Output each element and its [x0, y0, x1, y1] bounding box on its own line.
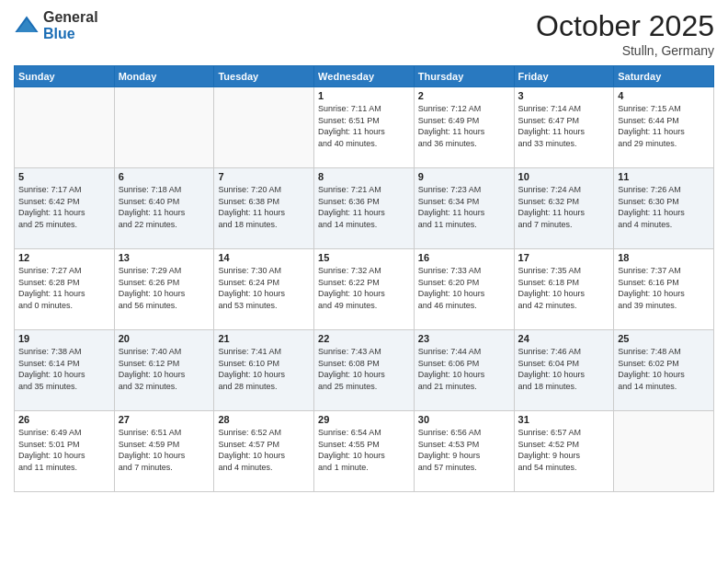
logo-text: General Blue: [43, 9, 98, 41]
day-number: 4: [618, 90, 710, 101]
day-cell-11: 11Sunrise: 7:26 AM Sunset: 6:30 PM Dayli…: [614, 168, 714, 249]
day-info: Sunrise: 7:46 AM Sunset: 6:04 PM Dayligh…: [518, 346, 610, 392]
day-cell-27: 27Sunrise: 6:51 AM Sunset: 4:59 PM Dayli…: [114, 411, 214, 492]
day-info: Sunrise: 7:17 AM Sunset: 6:42 PM Dayligh…: [18, 184, 110, 230]
day-info: Sunrise: 7:38 AM Sunset: 6:14 PM Dayligh…: [18, 346, 110, 392]
day-cell-28: 28Sunrise: 6:52 AM Sunset: 4:57 PM Dayli…: [214, 411, 314, 492]
day-cell-2: 2Sunrise: 7:12 AM Sunset: 6:49 PM Daylig…: [414, 87, 514, 168]
day-info: Sunrise: 7:48 AM Sunset: 6:02 PM Dayligh…: [618, 346, 710, 392]
day-cell-12: 12Sunrise: 7:27 AM Sunset: 6:28 PM Dayli…: [15, 249, 115, 330]
day-cell-19: 19Sunrise: 7:38 AM Sunset: 6:14 PM Dayli…: [15, 330, 115, 411]
day-cell-18: 18Sunrise: 7:37 AM Sunset: 6:16 PM Dayli…: [614, 249, 714, 330]
day-number: 10: [518, 171, 610, 182]
day-info: Sunrise: 7:44 AM Sunset: 6:06 PM Dayligh…: [418, 346, 510, 392]
day-number: 28: [218, 414, 310, 425]
day-info: Sunrise: 7:41 AM Sunset: 6:10 PM Dayligh…: [218, 346, 310, 392]
day-cell-13: 13Sunrise: 7:29 AM Sunset: 6:26 PM Dayli…: [114, 249, 214, 330]
day-number: 31: [518, 414, 610, 425]
day-number: 22: [318, 333, 410, 344]
day-number: 12: [18, 252, 110, 263]
day-cell-3: 3Sunrise: 7:14 AM Sunset: 6:47 PM Daylig…: [514, 87, 614, 168]
day-info: Sunrise: 7:33 AM Sunset: 6:20 PM Dayligh…: [418, 265, 510, 311]
day-number: 8: [318, 171, 410, 182]
day-cell-14: 14Sunrise: 7:30 AM Sunset: 6:24 PM Dayli…: [214, 249, 314, 330]
day-info: Sunrise: 6:52 AM Sunset: 4:57 PM Dayligh…: [218, 427, 310, 473]
day-info: Sunrise: 7:29 AM Sunset: 6:26 PM Dayligh…: [119, 265, 210, 311]
day-number: 20: [119, 333, 210, 344]
day-header-friday: Friday: [514, 66, 614, 87]
day-cell-20: 20Sunrise: 7:40 AM Sunset: 6:12 PM Dayli…: [114, 330, 214, 411]
day-info: Sunrise: 7:30 AM Sunset: 6:24 PM Dayligh…: [218, 265, 310, 311]
logo-general-text: General: [43, 9, 98, 26]
location: Stulln, Germany: [536, 43, 714, 58]
day-info: Sunrise: 6:54 AM Sunset: 4:55 PM Dayligh…: [318, 427, 410, 473]
week-row-4: 19Sunrise: 7:38 AM Sunset: 6:14 PM Dayli…: [15, 330, 714, 411]
title-area: October 2025 Stulln, Germany: [536, 9, 714, 58]
logo: General Blue: [14, 9, 98, 41]
day-info: Sunrise: 7:27 AM Sunset: 6:28 PM Dayligh…: [18, 265, 110, 311]
day-cell-15: 15Sunrise: 7:32 AM Sunset: 6:22 PM Dayli…: [314, 249, 415, 330]
day-header-thursday: Thursday: [414, 66, 514, 87]
day-number: 24: [518, 333, 610, 344]
day-cell-4: 4Sunrise: 7:15 AM Sunset: 6:44 PM Daylig…: [614, 87, 714, 168]
day-info: Sunrise: 6:57 AM Sunset: 4:52 PM Dayligh…: [518, 427, 610, 473]
empty-cell: [214, 87, 314, 168]
day-number: 1: [318, 90, 410, 101]
day-header-monday: Monday: [114, 66, 214, 87]
day-number: 2: [418, 90, 510, 101]
day-cell-1: 1Sunrise: 7:11 AM Sunset: 6:51 PM Daylig…: [314, 87, 415, 168]
day-cell-30: 30Sunrise: 6:56 AM Sunset: 4:53 PM Dayli…: [414, 411, 514, 492]
header: General Blue October 2025 Stulln, German…: [14, 9, 714, 58]
day-header-wednesday: Wednesday: [314, 66, 415, 87]
day-info: Sunrise: 6:49 AM Sunset: 5:01 PM Dayligh…: [18, 427, 110, 473]
day-cell-9: 9Sunrise: 7:23 AM Sunset: 6:34 PM Daylig…: [414, 168, 514, 249]
day-number: 9: [418, 171, 510, 182]
day-number: 23: [418, 333, 510, 344]
day-cell-22: 22Sunrise: 7:43 AM Sunset: 6:08 PM Dayli…: [314, 330, 415, 411]
day-number: 13: [119, 252, 210, 263]
day-info: Sunrise: 7:14 AM Sunset: 6:47 PM Dayligh…: [518, 103, 610, 149]
day-info: Sunrise: 7:18 AM Sunset: 6:40 PM Dayligh…: [119, 184, 210, 230]
day-cell-29: 29Sunrise: 6:54 AM Sunset: 4:55 PM Dayli…: [314, 411, 415, 492]
logo-icon: [14, 13, 40, 39]
day-info: Sunrise: 7:20 AM Sunset: 6:38 PM Dayligh…: [218, 184, 310, 230]
day-info: Sunrise: 7:15 AM Sunset: 6:44 PM Dayligh…: [618, 103, 710, 149]
day-number: 18: [618, 252, 710, 263]
day-number: 3: [518, 90, 610, 101]
day-cell-24: 24Sunrise: 7:46 AM Sunset: 6:04 PM Dayli…: [514, 330, 614, 411]
week-row-2: 5Sunrise: 7:17 AM Sunset: 6:42 PM Daylig…: [15, 168, 714, 249]
week-row-3: 12Sunrise: 7:27 AM Sunset: 6:28 PM Dayli…: [15, 249, 714, 330]
day-number: 17: [518, 252, 610, 263]
day-info: Sunrise: 7:21 AM Sunset: 6:36 PM Dayligh…: [318, 184, 410, 230]
day-cell-6: 6Sunrise: 7:18 AM Sunset: 6:40 PM Daylig…: [114, 168, 214, 249]
day-number: 29: [318, 414, 410, 425]
day-cell-31: 31Sunrise: 6:57 AM Sunset: 4:52 PM Dayli…: [514, 411, 614, 492]
day-cell-26: 26Sunrise: 6:49 AM Sunset: 5:01 PM Dayli…: [15, 411, 115, 492]
page: General Blue October 2025 Stulln, German…: [0, 0, 728, 563]
day-cell-10: 10Sunrise: 7:24 AM Sunset: 6:32 PM Dayli…: [514, 168, 614, 249]
empty-cell: [15, 87, 115, 168]
day-number: 19: [18, 333, 110, 344]
day-cell-16: 16Sunrise: 7:33 AM Sunset: 6:20 PM Dayli…: [414, 249, 514, 330]
day-cell-17: 17Sunrise: 7:35 AM Sunset: 6:18 PM Dayli…: [514, 249, 614, 330]
day-cell-21: 21Sunrise: 7:41 AM Sunset: 6:10 PM Dayli…: [214, 330, 314, 411]
day-number: 26: [18, 414, 110, 425]
day-info: Sunrise: 7:32 AM Sunset: 6:22 PM Dayligh…: [318, 265, 410, 311]
day-info: Sunrise: 7:26 AM Sunset: 6:30 PM Dayligh…: [618, 184, 710, 230]
day-info: Sunrise: 7:24 AM Sunset: 6:32 PM Dayligh…: [518, 184, 610, 230]
day-cell-5: 5Sunrise: 7:17 AM Sunset: 6:42 PM Daylig…: [15, 168, 115, 249]
day-cell-8: 8Sunrise: 7:21 AM Sunset: 6:36 PM Daylig…: [314, 168, 415, 249]
day-number: 21: [218, 333, 310, 344]
day-number: 15: [318, 252, 410, 263]
day-cell-23: 23Sunrise: 7:44 AM Sunset: 6:06 PM Dayli…: [414, 330, 514, 411]
day-number: 6: [119, 171, 210, 182]
day-number: 11: [618, 171, 710, 182]
logo-blue-text: Blue: [43, 26, 98, 42]
day-header-tuesday: Tuesday: [214, 66, 314, 87]
day-number: 7: [218, 171, 310, 182]
empty-cell: [614, 411, 714, 492]
week-row-5: 26Sunrise: 6:49 AM Sunset: 5:01 PM Dayli…: [15, 411, 714, 492]
day-number: 5: [18, 171, 110, 182]
day-cell-7: 7Sunrise: 7:20 AM Sunset: 6:38 PM Daylig…: [214, 168, 314, 249]
day-number: 14: [218, 252, 310, 263]
